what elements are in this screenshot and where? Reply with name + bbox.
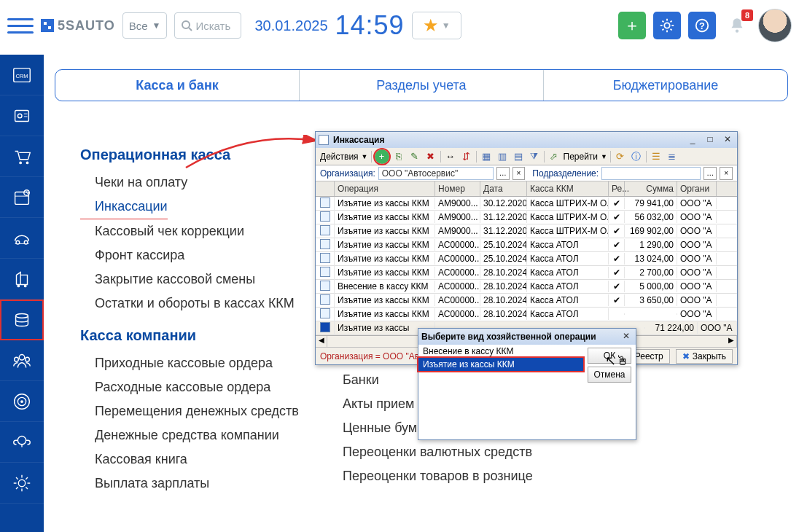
subdiv-input[interactable] (601, 167, 701, 180)
sidebar-target[interactable] (0, 381, 44, 422)
grid-row[interactable]: Изъятие из кассы ККМАС00000...25.10.2024… (316, 238, 737, 252)
grid-row[interactable]: Изъятие из кассы ККМАС00000...28.10.2024… (316, 266, 737, 280)
reload-icon[interactable]: ⟳ (614, 150, 627, 163)
filter2-icon[interactable]: ▥ (496, 150, 509, 163)
col-sum[interactable]: Сумма (625, 181, 677, 196)
add-icon[interactable]: + (375, 149, 389, 164)
filter3-icon[interactable]: ▤ (512, 150, 525, 163)
tree-item-receipts[interactable]: Чеки на оплату (80, 171, 313, 195)
filter-row: Организация: ООО "Автосервис" … × Подраз… (316, 165, 737, 181)
svg-point-30 (18, 480, 25, 486)
tree-icon[interactable]: ☰ (650, 150, 663, 163)
menu-icon[interactable] (7, 12, 34, 39)
actions-menu[interactable]: Действия (320, 152, 359, 162)
titlebar[interactable]: Инкассация _ □ ✕ (316, 132, 737, 148)
option-withdraw[interactable]: Изъятие из кассы ККМ (418, 358, 583, 371)
cancel-button[interactable]: Отмена (588, 367, 631, 383)
col-check[interactable]: Ре... (609, 181, 625, 196)
tree-item-income[interactable]: Приходные кассовые ордера (80, 351, 313, 375)
info-icon[interactable]: ⓘ (630, 150, 643, 163)
notifications-button[interactable]: 8 (723, 12, 751, 39)
sidebar-staff[interactable] (0, 340, 44, 381)
svg-point-0 (182, 21, 190, 28)
svg-point-29 (17, 436, 26, 444)
subdiv-clear-button[interactable]: × (720, 167, 733, 180)
ok-button[interactable]: ОК (588, 348, 631, 364)
settings-button[interactable] (653, 12, 681, 39)
grid-row[interactable]: Изъятие из кассы ККМАС00000...28.10.2024… (316, 308, 737, 321)
svg-point-25 (26, 357, 30, 361)
col-kassa[interactable]: Касса ККМ (527, 181, 609, 196)
sidebar-crm[interactable]: CRM (0, 55, 44, 95)
svg-point-5 (736, 29, 738, 32)
tab-razdely[interactable]: Разделы учета (299, 70, 543, 101)
minimize-button[interactable]: _ (686, 134, 699, 146)
tree-item-cashbook[interactable]: Кассовая книга (80, 447, 313, 472)
list-icon[interactable]: ≣ (666, 150, 679, 163)
main-tabs: Касса и банк Разделы учета Бюджетировани… (55, 69, 788, 101)
sidebar-support[interactable] (0, 422, 44, 463)
close-button[interactable]: ✕ (721, 134, 734, 146)
tree-item-balances[interactable]: Остатки и обороты в кассах ККМ (80, 292, 313, 316)
tree-item-funds[interactable]: Денежные средства компании (80, 423, 313, 447)
sidebar-settings[interactable] (0, 463, 44, 504)
funnel-icon[interactable]: ⧩ (528, 150, 541, 163)
col-date[interactable]: Дата (480, 181, 527, 196)
goto-menu[interactable]: Перейти (564, 152, 599, 162)
org-lookup-button[interactable]: … (496, 167, 510, 180)
option-deposit[interactable]: Внесение в кассу ККМ (418, 345, 583, 358)
favorites-dropdown[interactable]: ★ ▼ (412, 12, 461, 39)
user-avatar[interactable] (758, 9, 792, 42)
add-button[interactable]: ＋ (618, 12, 646, 39)
delete-icon[interactable]: ✖ (424, 150, 437, 163)
nav-icon[interactable]: ⬀ (547, 150, 561, 163)
close-window-button[interactable]: ✖Закрыть (676, 349, 733, 364)
logo-text: 5SAUTO (58, 18, 115, 34)
edit-icon[interactable]: ✎ (408, 150, 421, 163)
tab-budget[interactable]: Бюджетирование (543, 70, 787, 101)
tree-item-front[interactable]: Фронт кассира (80, 243, 313, 267)
org-clear-button[interactable]: × (512, 167, 526, 180)
sidebar-vehicle[interactable] (0, 218, 44, 259)
tree-item-transfers[interactable]: Перемещения денежных средств (80, 399, 313, 423)
filter-dropdown[interactable]: Все ▼ (122, 12, 168, 39)
tree-item-inkassatsii[interactable]: Инкассации (80, 195, 168, 219)
grid-row[interactable]: Изъятие из кассы ККМАС00000...28.10.2024… (316, 294, 737, 308)
col-number[interactable]: Номер (435, 181, 480, 196)
sidebar-cart[interactable] (0, 136, 44, 177)
titlebar[interactable]: Выберите вид хозяйственной операции ✕ (418, 329, 636, 345)
sidebar-stock[interactable] (0, 259, 44, 300)
search-input[interactable]: Искать (174, 12, 241, 39)
filter1-icon[interactable]: ▦ (480, 150, 493, 163)
subdiv-label: Подразделение: (532, 168, 599, 179)
grid-row[interactable]: Изъятие из кассы ККМАС00000...25.10.2024… (316, 252, 737, 266)
grid-row[interactable]: Изъятие из кассы ККМАМ9000...31.12.2020К… (316, 211, 737, 224)
org-input[interactable]: ООО "Автосервис" (378, 167, 494, 180)
col-operation[interactable]: Операция (335, 181, 435, 196)
app-logo: 5SAUTO (41, 18, 115, 34)
sidebar-contacts[interactable] (0, 95, 44, 136)
tree-item-outcome[interactable]: Расходные кассовые ордера (80, 375, 313, 399)
search-placeholder: Искать (195, 20, 230, 32)
tab-kassa-bank[interactable]: Касса и банк (55, 70, 299, 101)
help-button[interactable]: ? (688, 12, 716, 39)
window-icon (319, 135, 329, 145)
refresh-icon[interactable]: ↔ (444, 150, 457, 163)
star-icon: ★ (423, 15, 439, 36)
subdiv-lookup-button[interactable]: … (703, 167, 717, 180)
sidebar-finance[interactable] (0, 300, 44, 340)
tree-item-correction[interactable]: Кассовый чек коррекции (80, 219, 313, 243)
grid-row[interactable]: Внесение в кассу ККМАС00000...28.10.2024… (316, 280, 737, 294)
col-org[interactable]: Органи (677, 181, 717, 196)
grid-row[interactable]: Изъятие из кассы ККМАМ9000...31.12.2020К… (316, 224, 737, 238)
tree-item-close-shift[interactable]: Закрытие кассовой смены (80, 267, 313, 292)
copy-icon[interactable]: ⎘ (392, 150, 405, 163)
bg-item[interactable]: Переоценки валютных средств (343, 440, 533, 464)
grid-row[interactable]: Изъятие из кассы ККМАМ9000...30.12.2020К… (316, 197, 737, 211)
tree-item-salary[interactable]: Выплата зарплаты (80, 472, 313, 496)
bg-item[interactable]: Переоценки товаров в рознице (343, 464, 533, 488)
close-button[interactable]: ✕ (620, 331, 633, 343)
tool-icon[interactable]: ⇵ (460, 150, 473, 163)
maximize-button[interactable]: □ (703, 134, 717, 146)
sidebar-calendar[interactable] (0, 177, 44, 218)
